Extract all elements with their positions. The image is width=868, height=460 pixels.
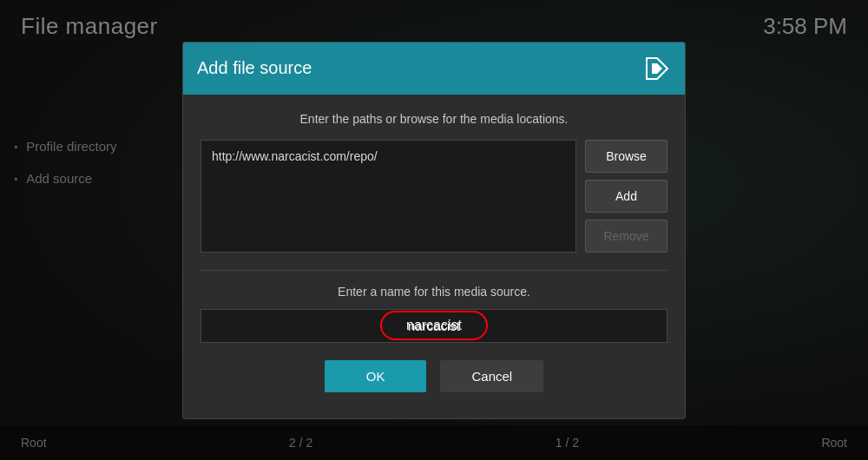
modal-body: Enter the paths or browse for the media … <box>183 95 685 418</box>
modal-overlay: Add file source Enter the paths or brows… <box>0 0 868 460</box>
name-input-container: narcacist <box>201 309 667 343</box>
modal-title: Add file source <box>197 58 312 78</box>
modal-subtitle: Enter the paths or browse for the media … <box>201 112 667 126</box>
browse-button[interactable]: Browse <box>585 140 667 173</box>
modal-footer-buttons: OK Cancel <box>201 360 667 401</box>
source-area: http://www.narcacist.com/repo/ Browse Ad… <box>201 140 667 253</box>
name-label: Enter a name for this media source. <box>201 285 667 299</box>
name-input[interactable] <box>201 309 667 343</box>
modal-header: Add file source <box>183 43 685 95</box>
kodi-logo-icon <box>643 55 671 82</box>
ok-button[interactable]: OK <box>325 360 427 392</box>
add-button[interactable]: Add <box>585 180 667 213</box>
cancel-button[interactable]: Cancel <box>440 360 543 392</box>
source-list[interactable]: http://www.narcacist.com/repo/ <box>201 140 576 253</box>
name-section: Enter a name for this media source. narc… <box>201 270 667 343</box>
svg-marker-1 <box>652 63 662 74</box>
remove-button[interactable]: Remove <box>585 220 667 253</box>
source-buttons: Browse Add Remove <box>585 140 667 253</box>
source-url: http://www.narcacist.com/repo/ <box>212 149 378 163</box>
add-file-source-dialog: Add file source Enter the paths or brows… <box>182 42 686 419</box>
